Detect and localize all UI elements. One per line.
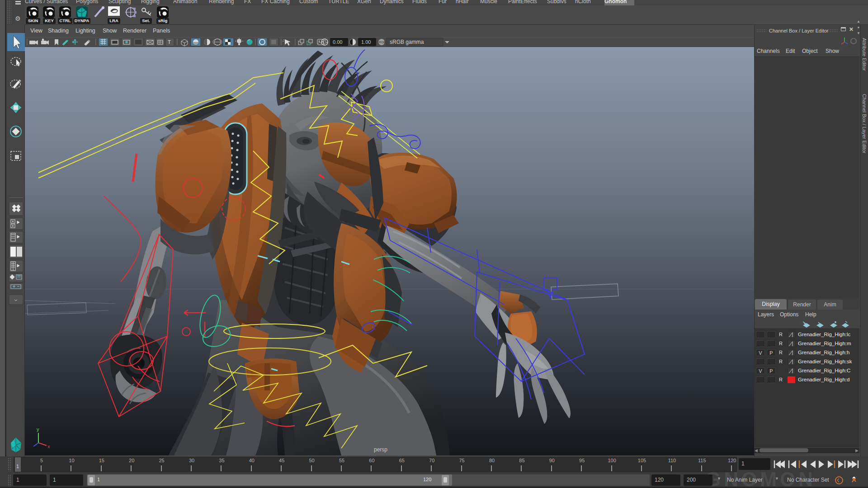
svg-text:1.00: 1.00 — [361, 39, 371, 45]
svg-text:y: y — [37, 427, 39, 432]
svg-text:persp: persp — [374, 446, 387, 453]
svg-text:0.00: 0.00 — [333, 39, 342, 45]
svg-text:T: T — [168, 39, 171, 45]
svg-text:RGB: RGB — [379, 41, 385, 44]
svg-text:x: x — [47, 444, 50, 449]
svg-text:sRGB gamma: sRGB gamma — [390, 39, 424, 45]
